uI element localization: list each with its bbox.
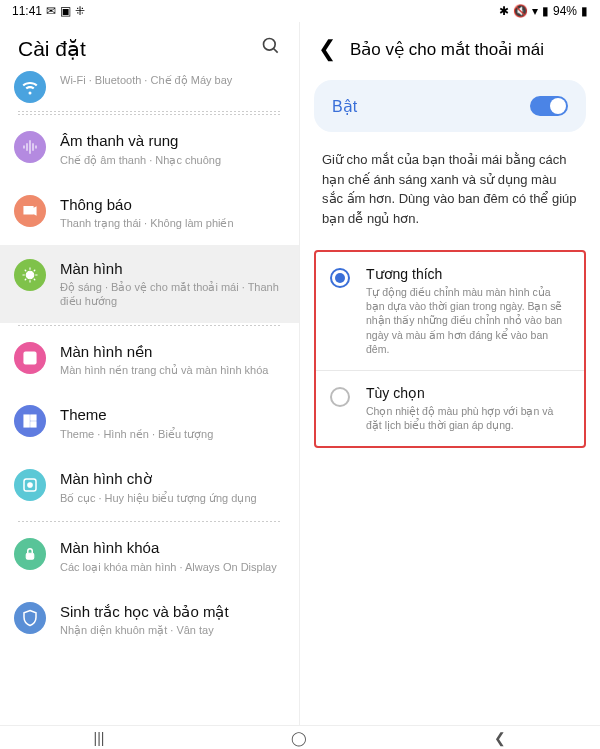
status-bar: 11:41 ✉ ▣ ⁜ ✱ 🔇 ▾ ▮ 94% ▮ [0,0,600,22]
item-icon [14,538,46,570]
item-icon [14,342,46,374]
item-title: Thông báo [60,195,281,215]
item-sub: Chế độ âm thanh · Nhạc chuông [60,153,281,167]
item-title: Theme [60,405,281,425]
item-sub: Thanh trạng thái · Không làm phiền [60,216,281,230]
settings-item[interactable]: ThemeTheme · Hình nền · Biểu tượng [0,391,299,455]
mode-radio-group: Tương thíchTự động điều chỉnh màu màn hì… [314,250,586,448]
search-icon[interactable] [261,36,281,61]
item-title: Màn hình khóa [60,538,281,558]
svg-rect-7 [31,422,36,427]
bluetooth-icon: ✱ [499,4,509,18]
radio-option[interactable]: Tùy chọnChọn nhiệt độ màu phù hợp với bạ… [316,371,584,446]
radio-sub: Tự động điều chỉnh màu màn hình của bạn … [366,285,570,356]
master-toggle-card[interactable]: Bật [314,80,586,132]
settings-item-sub: Wi-Fi · Bluetooth · Chế độ Máy bay [60,73,281,87]
item-icon [14,259,46,291]
detail-pane: ❮ Bảo vệ cho mắt thoải mái Bật Giữ cho m… [300,22,600,726]
radio-button[interactable] [330,268,350,288]
item-title: Sinh trắc học và bảo mật [60,602,281,622]
item-sub: Màn hình nền trang chủ và màn hình khóa [60,363,281,377]
status-time: 11:41 [12,4,42,18]
feature-description: Giữ cho mắt của bạn thoải mái bằng cách … [300,146,600,244]
radio-option[interactable]: Tương thíchTự động điều chỉnh màu màn hì… [316,252,584,371]
svg-rect-10 [26,553,34,559]
mute-icon: 🔇 [513,4,528,18]
svg-point-4 [26,354,29,357]
svg-rect-5 [24,415,29,427]
toggle-switch[interactable] [530,96,568,116]
item-icon [14,195,46,227]
radio-title: Tương thích [366,266,570,282]
settings-item[interactable]: Màn hìnhĐộ sáng · Bảo vệ cho mắt thoải m… [0,245,299,323]
item-sub: Nhận diện khuôn mặt · Vân tay [60,623,281,637]
item-sub: Các loại khóa màn hình · Always On Displ… [60,560,281,574]
wifi-icon: ▾ [532,4,538,18]
item-title: Màn hình nền [60,342,281,362]
settings-header: Cài đặt [0,22,299,71]
settings-item[interactable]: Màn hình nềnMàn hình nền trang chủ và mà… [0,328,299,392]
svg-point-0 [264,39,276,51]
mail-icon: ✉ [46,4,56,18]
settings-item[interactable]: Màn hình chờBố cục · Huy hiệu biểu tượng… [0,455,299,519]
svg-rect-6 [31,415,36,420]
page-title: Cài đặt [18,37,261,61]
item-icon [14,405,46,437]
image-icon: ▣ [60,4,71,18]
radio-button[interactable] [330,387,350,407]
item-icon [14,469,46,501]
item-sub: Độ sáng · Bảo vệ cho mắt thoải mái · Tha… [60,280,281,309]
nav-bar: ||| ◯ ❮ [0,725,600,749]
item-sub: Bố cục · Huy hiệu biểu tượng ứng dụng [60,491,281,505]
item-title: Âm thanh và rung [60,131,281,151]
grid-icon: ⁜ [75,4,85,18]
divider [18,111,281,112]
settings-item[interactable]: Âm thanh và rungChế độ âm thanh · Nhạc c… [0,117,299,181]
divider [18,521,281,522]
divider [18,325,281,326]
item-icon [14,602,46,634]
settings-item[interactable]: Sinh trắc học và bảo mậtNhận diện khuôn … [0,588,299,652]
toggle-label: Bật [332,97,357,116]
nav-home[interactable]: ◯ [291,730,307,746]
battery-text: 94% [553,4,577,18]
radio-title: Tùy chọn [366,385,570,401]
detail-header: ❮ Bảo vệ cho mắt thoải mái [300,22,600,72]
svg-point-2 [26,271,34,279]
item-title: Màn hình [60,259,281,279]
item-icon [14,131,46,163]
nav-recent[interactable]: ||| [94,730,105,746]
detail-title: Bảo vệ cho mắt thoải mái [350,39,582,60]
wifi-group-icon [14,71,46,103]
svg-line-1 [274,49,278,53]
divider [18,114,281,115]
nav-back[interactable]: ❮ [494,730,506,746]
battery-icon: ▮ [581,4,588,18]
settings-list[interactable]: Cài đặt Wi-Fi · Bluetooth · Chế độ Máy b… [0,22,300,726]
radio-sub: Chọn nhiệt độ màu phù hợp với bạn và đặt… [366,404,570,432]
svg-point-9 [28,483,33,488]
back-icon[interactable]: ❮ [318,36,336,62]
settings-item[interactable]: Màn hình khóaCác loại khóa màn hình · Al… [0,524,299,588]
settings-item[interactable]: Thông báoThanh trạng thái · Không làm ph… [0,181,299,245]
item-sub: Theme · Hình nền · Biểu tượng [60,427,281,441]
item-title: Màn hình chờ [60,469,281,489]
signal-icon: ▮ [542,4,549,18]
settings-item-connections-partial[interactable]: Wi-Fi · Bluetooth · Chế độ Máy bay [0,71,299,109]
